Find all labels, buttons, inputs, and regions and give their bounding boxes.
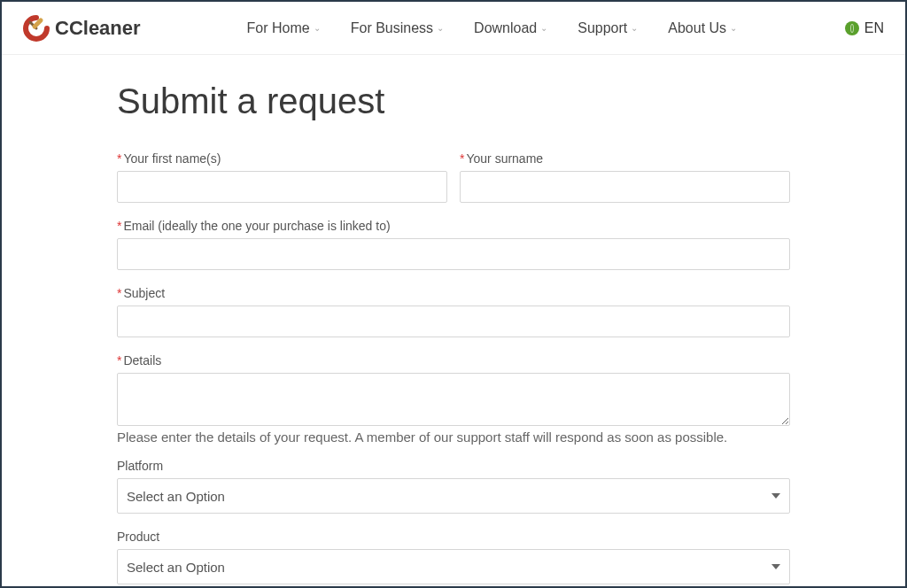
platform-label: Platform: [117, 459, 790, 473]
chevron-down-icon: ⌄: [314, 23, 321, 33]
nav-support[interactable]: Support ⌄: [578, 20, 638, 36]
surname-label: *Your surname: [460, 151, 790, 166]
first-name-input[interactable]: [117, 171, 447, 203]
main-content: Submit a request *Your first name(s) *Yo…: [2, 55, 905, 584]
chevron-down-icon: ⌄: [540, 23, 547, 33]
platform-value: Select an Option: [127, 489, 225, 504]
subject-label: *Subject: [117, 286, 790, 300]
field-platform: Platform Select an Option: [117, 459, 790, 514]
details-hint: Please enter the details of your request…: [117, 429, 790, 445]
nav-label: Support: [578, 20, 627, 36]
product-select[interactable]: Select an Option: [117, 549, 790, 584]
logo[interactable]: CCleaner: [23, 15, 141, 42]
product-label: Product: [117, 530, 790, 544]
details-label: *Details: [117, 353, 790, 368]
main-nav: For Home ⌄ For Business ⌄ Download ⌄ Sup…: [247, 20, 738, 36]
globe-icon: [845, 21, 859, 35]
nav-download[interactable]: Download ⌄: [474, 20, 547, 36]
logo-text: CCleaner: [55, 17, 141, 40]
nav-label: For Home: [247, 20, 310, 36]
field-subject: *Subject: [117, 286, 790, 337]
surname-input[interactable]: [460, 171, 790, 203]
nav-label: About Us: [668, 20, 726, 36]
subject-input[interactable]: [117, 306, 790, 337]
email-input[interactable]: [117, 238, 790, 270]
language-selector[interactable]: EN: [845, 20, 884, 36]
field-surname: *Your surname: [460, 151, 790, 203]
details-textarea[interactable]: [117, 373, 790, 426]
nav-about-us[interactable]: About Us ⌄: [668, 20, 737, 36]
nav-label: For Business: [351, 20, 433, 36]
field-first-name: *Your first name(s): [117, 151, 447, 203]
field-email: *Email (ideally the one your purchase is…: [117, 219, 790, 270]
language-label: EN: [864, 20, 884, 36]
first-name-label: *Your first name(s): [117, 151, 447, 166]
chevron-down-icon: ⌄: [631, 23, 638, 33]
nav-for-business[interactable]: For Business ⌄: [351, 20, 444, 36]
nav-for-home[interactable]: For Home ⌄: [247, 20, 321, 36]
field-details: *Details: [117, 353, 790, 426]
field-product: Product Select an Option: [117, 530, 790, 584]
email-label: *Email (ideally the one your purchase is…: [117, 219, 790, 233]
caret-down-icon: [771, 493, 780, 499]
caret-down-icon: [771, 564, 780, 569]
product-value: Select an Option: [127, 560, 225, 575]
nav-label: Download: [474, 20, 537, 36]
platform-select[interactable]: Select an Option: [117, 478, 790, 514]
chevron-down-icon: ⌄: [437, 23, 444, 33]
header: CCleaner For Home ⌄ For Business ⌄ Downl…: [2, 2, 905, 55]
page-title: Submit a request: [117, 81, 790, 121]
chevron-down-icon: ⌄: [730, 23, 737, 33]
ccleaner-logo-icon: [23, 15, 50, 42]
